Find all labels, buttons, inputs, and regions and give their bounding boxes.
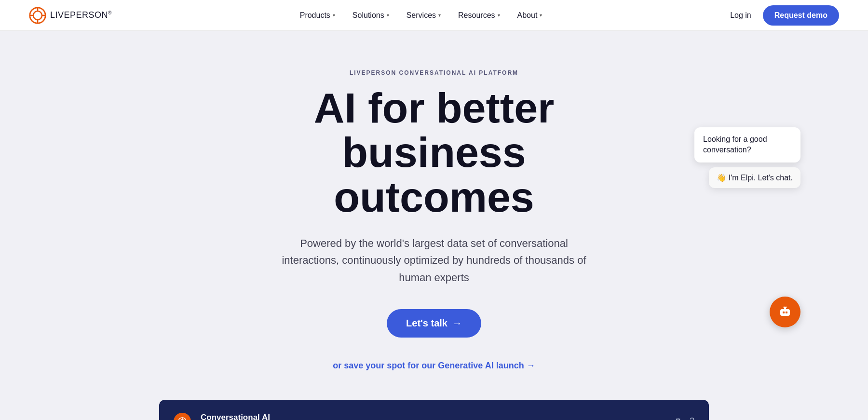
preview-icons-area: ⚙ ?	[674, 416, 694, 420]
svg-point-1	[33, 11, 42, 20]
preview-card: Conversational AI Conversation Builder ⚙…	[159, 400, 709, 420]
preview-text-area: Conversational AI Conversation Builder	[201, 413, 270, 420]
bot-icon	[777, 304, 793, 320]
svg-rect-7	[783, 312, 785, 313]
hero-subtitle: Powered by the world's largest data set …	[270, 235, 598, 286]
svg-point-11	[786, 306, 787, 308]
preview-title: Conversational AI	[201, 413, 270, 420]
login-link[interactable]: Log in	[730, 11, 751, 20]
help-icon[interactable]: ?	[690, 416, 694, 420]
generative-ai-link[interactable]: or save your spot for our Generative AI …	[333, 361, 535, 371]
nav-item-products[interactable]: Products ▾	[300, 11, 335, 20]
chevron-down-icon: ▾	[333, 13, 335, 18]
chat-widget: Looking for a good conversation? 👋 I'm E…	[694, 127, 800, 188]
logo-area: LIVEPERSON®	[29, 7, 112, 24]
chevron-down-icon: ▾	[438, 13, 441, 18]
nav-item-about[interactable]: About ▾	[517, 11, 542, 20]
liveperson-logo-icon	[29, 7, 46, 24]
hero-section: LIVEPERSON CONVERSATIONAL AI PLATFORM AI…	[0, 31, 868, 390]
logo-text: LIVEPERSON®	[50, 10, 112, 20]
arrow-icon: →	[452, 318, 462, 329]
preview-section: Conversational AI Conversation Builder ⚙…	[0, 400, 868, 420]
svg-point-10	[784, 306, 785, 308]
nav-actions: Log in Request demo	[730, 5, 839, 26]
lets-talk-button[interactable]: Let's talk →	[387, 309, 481, 338]
chevron-down-icon: ▾	[498, 13, 500, 18]
hero-title: AI for better business outcomes	[241, 86, 627, 219]
settings-icon[interactable]: ⚙	[674, 416, 682, 420]
navbar: LIVEPERSON® Products ▾ Solutions ▾ Servi…	[0, 0, 868, 31]
hero-eyebrow: LIVEPERSON CONVERSATIONAL AI PLATFORM	[350, 69, 518, 76]
request-demo-button[interactable]: Request demo	[763, 5, 839, 26]
nav-item-services[interactable]: Services ▾	[407, 11, 441, 20]
svg-rect-6	[780, 309, 790, 316]
nav-menu: Products ▾ Solutions ▾ Services ▾ Resour…	[300, 11, 542, 20]
chevron-down-icon: ▾	[540, 13, 542, 18]
preview-logo-icon	[174, 413, 191, 420]
chat-avatar-button[interactable]	[770, 297, 800, 327]
chat-bubble-1: Looking for a good conversation?	[694, 127, 800, 163]
nav-item-solutions[interactable]: Solutions ▾	[353, 11, 389, 20]
nav-item-resources[interactable]: Resources ▾	[458, 11, 500, 20]
svg-rect-8	[786, 312, 787, 313]
chevron-down-icon: ▾	[387, 13, 389, 18]
chat-bubble-2: 👋 I'm Elpi. Let's chat.	[709, 167, 800, 188]
